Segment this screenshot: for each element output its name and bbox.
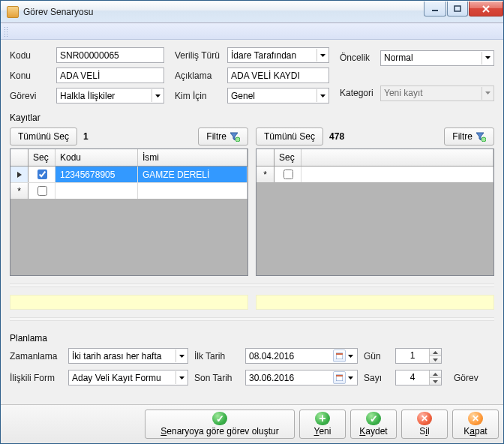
iliskili-combo[interactable]: Aday Veli Kayıt Formu	[68, 370, 188, 386]
row-indicator-icon	[16, 171, 22, 178]
calendar-icon	[333, 371, 346, 384]
sontarih-picker[interactable]: 30.06.2016	[245, 370, 358, 386]
kodu-input[interactable]	[56, 47, 164, 63]
filter-icon	[476, 131, 486, 142]
status-box-left	[10, 295, 248, 310]
gorevi-combo[interactable]: Halkla İlişkiler	[56, 88, 164, 104]
svg-rect-7	[336, 375, 343, 376]
kapat-button[interactable]: Kapat	[452, 410, 499, 439]
row-checkbox[interactable]	[38, 186, 47, 196]
svg-rect-1	[454, 6, 460, 11]
new-row-icon: *	[256, 166, 274, 182]
kaydet-button[interactable]: Kaydet	[350, 410, 397, 439]
new-row-icon: *	[10, 183, 28, 199]
divider	[10, 317, 494, 321]
verilis-combo[interactable]: İdare Tarafından	[227, 47, 329, 63]
oncelik-label: Öncelik	[340, 52, 377, 63]
footer: Senaryoya göre görev oluştur Yeni Kaydet…	[1, 404, 503, 443]
left-grid[interactable]: Seç Kodu İsmi 12345678905 GAMZE DERELİ *	[10, 148, 248, 276]
toolstrip-grip[interactable]	[4, 26, 8, 37]
sontarih-label: Son Tarih	[194, 373, 239, 383]
kodu-label: Kodu	[10, 50, 53, 61]
toolstrip	[1, 23, 503, 40]
gorev-label: Görev	[454, 373, 490, 383]
left-select-all-button[interactable]: Tümünü Seç	[10, 128, 77, 146]
ilktarih-label: İlk Tarih	[194, 351, 239, 362]
svg-rect-5	[336, 353, 343, 355]
ilktarih-picker[interactable]: 08.04.2016	[245, 348, 358, 364]
row-checkbox[interactable]	[284, 170, 293, 179]
status-box-right	[256, 295, 494, 310]
window-title: Görev Senaryosu	[23, 7, 423, 17]
svg-point-3	[482, 137, 486, 142]
yeni-button[interactable]: Yeni	[299, 410, 346, 439]
left-col-ismi[interactable]: İsmi	[138, 149, 248, 166]
plus-icon	[315, 412, 330, 425]
left-filter-button[interactable]: Filtre	[198, 128, 248, 146]
close-button[interactable]	[469, 2, 503, 16]
right-select-all-button[interactable]: Tümünü Seç	[256, 128, 323, 146]
planlama-label: Planlama	[10, 333, 494, 344]
zamanlama-combo[interactable]: İki tarih arası her hafta	[68, 348, 188, 364]
right-count: 478	[329, 131, 344, 142]
check-icon	[212, 412, 227, 425]
right-filter-button[interactable]: Filtre	[444, 128, 494, 146]
table-row[interactable]: 12345678905 GAMZE DERELİ	[10, 166, 248, 183]
kategori-label: Kategori	[340, 88, 377, 98]
table-row-new[interactable]: *	[256, 166, 494, 183]
spin-down-icon[interactable]	[430, 356, 441, 363]
form-area: Kodu Konu Görevi Halkla İlişkiler Verili…	[10, 47, 494, 104]
filter-icon	[230, 131, 240, 142]
spin-up-icon[interactable]	[430, 349, 441, 356]
verilis-label: Veriliş Türü	[175, 50, 224, 61]
left-col-sec[interactable]: Seç	[28, 149, 56, 166]
kategori-combo: Yeni kayıt	[380, 86, 494, 101]
sil-button[interactable]: Sil	[401, 410, 448, 439]
aciklama-input[interactable]	[227, 68, 329, 83]
calendar-icon	[333, 350, 346, 362]
left-col-kodu[interactable]: Kodu	[56, 149, 138, 166]
sayi-stepper[interactable]: 4	[395, 370, 442, 386]
sayi-label: Sayı	[364, 373, 389, 383]
minimize-button[interactable]	[424, 2, 446, 16]
maximize-button[interactable]	[447, 2, 468, 16]
right-grid[interactable]: Seç *	[256, 148, 494, 276]
window: Görev Senaryosu Kodu Konu Görevi Halkla …	[0, 0, 504, 444]
left-count: 1	[83, 131, 88, 142]
spin-down-icon[interactable]	[430, 378, 441, 385]
gorevi-label: Görevi	[10, 91, 53, 101]
kimicin-combo[interactable]: Genel	[227, 88, 329, 104]
aciklama-label: Açıklama	[175, 70, 224, 81]
check-icon	[366, 412, 381, 425]
row-checkbox[interactable]	[38, 170, 47, 179]
titlebar: Görev Senaryosu	[1, 1, 503, 23]
oncelik-combo[interactable]: Normal	[380, 50, 494, 66]
table-row-new[interactable]: *	[10, 183, 248, 200]
divider	[10, 284, 494, 287]
app-icon	[7, 6, 19, 18]
spin-up-icon[interactable]	[430, 370, 441, 378]
x-icon	[417, 412, 432, 425]
right-col-sec[interactable]: Seç	[274, 149, 302, 166]
kayitlar-label: Kayıtlar	[10, 112, 494, 123]
svg-point-2	[236, 137, 240, 142]
konu-input[interactable]	[56, 68, 164, 83]
konu-label: Konu	[10, 70, 53, 81]
create-task-button[interactable]: Senaryoya göre görev oluştur	[145, 410, 295, 439]
zamanlama-label: Zamanlama	[10, 351, 62, 362]
gun-label: Gün	[364, 351, 389, 362]
kimicin-label: Kim İçin	[175, 91, 224, 101]
iliskili-label: İlişkili Form	[10, 373, 62, 383]
gun-stepper[interactable]: 1	[395, 348, 442, 364]
x-icon	[468, 412, 483, 425]
